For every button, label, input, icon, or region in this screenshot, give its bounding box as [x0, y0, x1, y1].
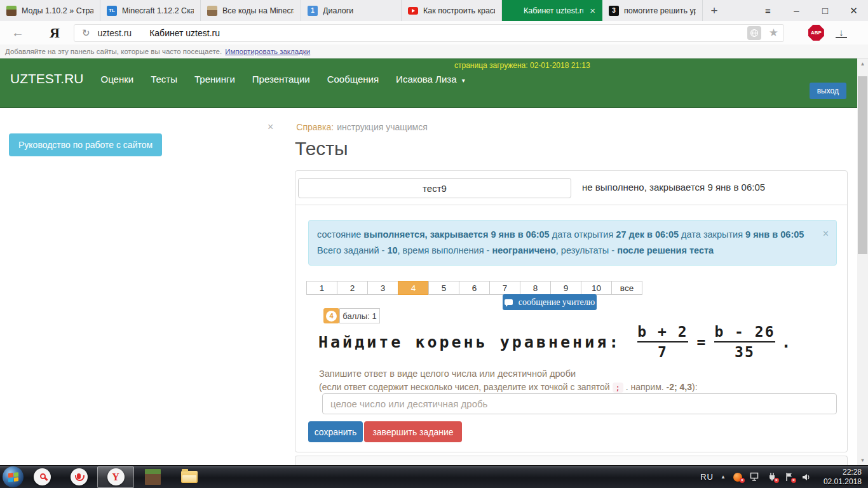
- browser-toolbar: ← Я ↻ uztest.ru Кабинет uztest.ru ★ ABP …: [0, 21, 868, 44]
- page-button-2[interactable]: 2: [337, 281, 368, 295]
- taskbar-yandex-browser-button[interactable]: Y: [97, 466, 134, 488]
- question-number: 4: [326, 311, 337, 322]
- start-button[interactable]: [3, 466, 24, 487]
- tab-tlauncher[interactable]: TL Minecraft 1.12.2 Скач: [100, 0, 201, 21]
- power-plug-tray-icon[interactable]: ×: [767, 472, 777, 482]
- tab-znanija[interactable]: 3 помогите решить ур: [602, 0, 703, 21]
- minecraft-icon: [145, 469, 161, 485]
- page-button-1[interactable]: 1: [306, 281, 337, 295]
- taskbar-clock[interactable]: 22:28 02.01.2018: [824, 468, 862, 487]
- page-button-10[interactable]: 10: [581, 281, 612, 295]
- nav-item-messages[interactable]: Сообщения: [327, 74, 379, 85]
- close-window-button[interactable]: ✕: [839, 0, 868, 21]
- browser-menu-icon[interactable]: ≡: [754, 0, 782, 21]
- question-prompt: Найдите корень уравнения:: [318, 333, 621, 351]
- youtube-favicon-icon: [408, 7, 418, 15]
- language-indicator[interactable]: RU: [700, 472, 714, 482]
- avast-tray-icon[interactable]: ×: [733, 472, 743, 482]
- semicolon-code-chip: ;: [613, 383, 623, 393]
- tab-title: Кабинет uztest.ru: [524, 6, 583, 15]
- downloads-icon[interactable]: ↓: [836, 27, 847, 38]
- scroll-up-icon[interactable]: ▲: [857, 58, 868, 69]
- address-bar[interactable]: ↻ uztest.ru Кабинет uztest.ru ★: [74, 24, 784, 42]
- fraction-bar: [714, 341, 775, 342]
- help-link-text[interactable]: инструкция учащимся: [337, 122, 428, 132]
- taskbar-explorer-button[interactable]: [171, 466, 208, 488]
- user-menu[interactable]: Исакова Лиза ▾: [396, 74, 465, 85]
- network-tray-icon[interactable]: [750, 472, 760, 482]
- tab-youtube[interactable]: Как построить краси: [402, 0, 502, 21]
- fraction-denominator: 7: [658, 344, 668, 360]
- maximize-button[interactable]: □: [811, 0, 839, 21]
- logout-button[interactable]: выход: [810, 83, 846, 99]
- fraction-left: b + 2 7: [637, 323, 688, 360]
- taskbar-voice-assistant-button[interactable]: [60, 466, 97, 488]
- dialogs-favicon-icon: 1: [308, 6, 318, 16]
- question-equation: Найдите корень уравнения: b + 2 7 = b - …: [318, 323, 791, 360]
- tab-minecraft-codes[interactable]: Все коды на Minecra: [201, 0, 301, 21]
- uztest-favicon-icon: [508, 6, 519, 16]
- test-name-button[interactable]: тест9: [298, 178, 571, 198]
- page-button-4-active[interactable]: 4: [398, 281, 429, 295]
- page-button-3[interactable]: 3: [367, 281, 398, 295]
- tab-title: Minecraft 1.12.2 Скач: [122, 6, 194, 15]
- page-button-9[interactable]: 9: [550, 281, 581, 295]
- tab-dialogs[interactable]: 1 Диалоги: [301, 0, 402, 21]
- clock-time: 22:28: [824, 468, 862, 477]
- tab-uztest-active[interactable]: Кабинет uztest.ru ×: [502, 0, 602, 21]
- search-icon: [40, 473, 46, 479]
- page-title-in-omnibox: Кабинет uztest.ru: [149, 28, 220, 38]
- back-icon[interactable]: ←: [11, 25, 24, 40]
- import-bookmarks-link[interactable]: Импортировать закладки: [225, 48, 310, 55]
- uztest-logo[interactable]: UZTEST.RU: [10, 71, 84, 86]
- adblock-plus-icon[interactable]: ABP: [808, 25, 824, 41]
- taskbar-minecraft-button[interactable]: [134, 466, 171, 488]
- window-controls: ≡ – □ ✕: [754, 0, 868, 21]
- taskbar-yandex-search-button[interactable]: [24, 466, 60, 488]
- finish-task-button[interactable]: завершить задание: [364, 421, 462, 442]
- tray-expand-icon[interactable]: ▲: [721, 474, 726, 480]
- message-teacher-button[interactable]: сообщение учителю: [503, 294, 597, 310]
- new-tab-button[interactable]: +: [703, 0, 726, 21]
- fraction-numerator: b - 26: [714, 323, 775, 340]
- page-button-7[interactable]: 7: [489, 281, 520, 295]
- yandex-logo-icon[interactable]: Я: [50, 25, 60, 41]
- fraction-right: b - 26 35: [714, 323, 775, 360]
- answer-input[interactable]: [322, 393, 837, 414]
- scroll-down-icon[interactable]: ▼: [857, 455, 868, 465]
- page-button-5[interactable]: 5: [428, 281, 459, 295]
- minecraft-grass-favicon-icon: [6, 6, 17, 16]
- znanija-favicon-icon: 3: [609, 6, 619, 16]
- page-button-6[interactable]: 6: [459, 281, 490, 295]
- turbo-globe-icon[interactable]: [747, 26, 761, 40]
- answer-instruction-line2: (если ответ содержит несколько чисел, ра…: [319, 382, 698, 392]
- tab-close-icon[interactable]: ×: [588, 5, 595, 16]
- tab-minecraft-mods[interactable]: Моды 1.10.2 » Стран: [0, 0, 100, 21]
- user-name: Исакова Лиза: [396, 74, 456, 85]
- page-scrollbar[interactable]: ▲ ▼: [857, 58, 868, 465]
- volume-icon[interactable]: [801, 472, 811, 482]
- test-panel: тест9 не выполнено, закрывается 9 янв в …: [295, 170, 848, 452]
- tab-title: помогите решить ур: [624, 6, 696, 15]
- nav-item-tests[interactable]: Тесты: [151, 74, 177, 85]
- nav-item-presentations[interactable]: Презентации: [252, 74, 310, 85]
- bookmark-star-icon[interactable]: ★: [769, 26, 778, 39]
- page-button-all[interactable]: все: [611, 281, 642, 295]
- scrollbar-thumb[interactable]: [858, 76, 867, 254]
- save-button[interactable]: сохранить: [308, 421, 363, 442]
- site-guide-button[interactable]: Руководство по работе с сайтом: [9, 133, 162, 156]
- test-status-text: не выполнено, закрывается 9 янв в 06:05: [582, 182, 765, 193]
- help-close-icon[interactable]: ×: [268, 121, 273, 133]
- action-center-flag-icon[interactable]: ×: [784, 472, 794, 482]
- reload-icon[interactable]: ↻: [82, 27, 90, 39]
- help-label[interactable]: Справка:: [296, 122, 334, 132]
- test-panel-header: тест9 не выполнено, закрывается 9 янв в …: [295, 171, 847, 205]
- page-button-8[interactable]: 8: [520, 281, 551, 295]
- nav-item-grades[interactable]: Оценки: [101, 74, 134, 85]
- system-tray: RU ▲ × × × 22:28 02.01.2018: [700, 468, 868, 487]
- tlauncher-favicon-icon: TL: [107, 6, 117, 16]
- test-info-line2: Всего заданий - 10, время выполнения - н…: [317, 243, 813, 259]
- nav-item-trainings[interactable]: Тренинги: [194, 74, 235, 85]
- minimize-button[interactable]: –: [782, 0, 811, 21]
- alert-close-icon[interactable]: ×: [823, 226, 829, 241]
